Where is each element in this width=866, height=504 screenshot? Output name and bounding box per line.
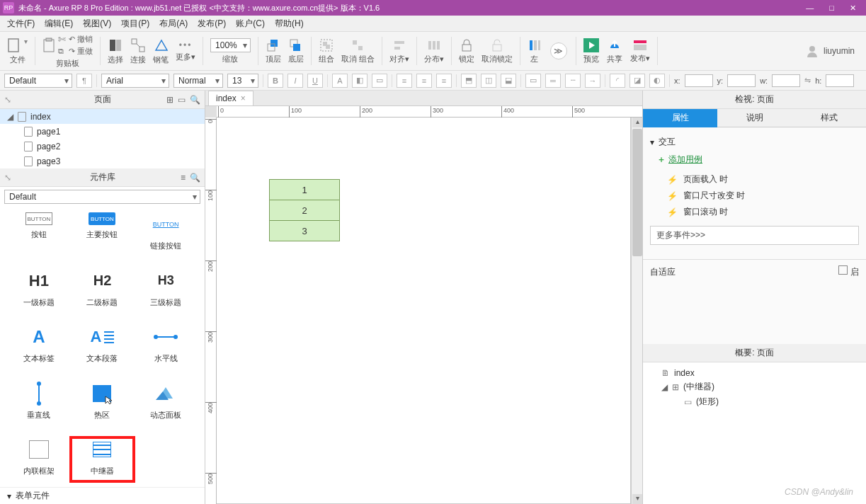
publish-icon[interactable] — [632, 39, 648, 52]
opacity-button[interactable]: ◐ — [649, 74, 665, 88]
event-item[interactable]: ⚡页面载入 时 — [650, 171, 859, 188]
tab-properties[interactable]: 属性 — [643, 109, 717, 127]
outline-row[interactable]: ◢⊞(中继器) — [650, 379, 859, 394]
x-input[interactable] — [685, 74, 713, 87]
select-tool-icon[interactable] — [108, 38, 123, 53]
h-input[interactable] — [826, 74, 854, 87]
align-left-text-button[interactable]: ≡ — [397, 74, 412, 88]
font-weight-select[interactable]: Normal — [173, 74, 223, 88]
bring-front-icon[interactable] — [266, 38, 280, 52]
corner-radius-button[interactable]: ◜ — [610, 74, 625, 88]
interactions-section[interactable]: ▾交互 — [650, 133, 859, 151]
user-avatar-icon[interactable] — [805, 44, 819, 58]
widget-txt-a[interactable]: A文本标签 — [7, 325, 71, 369]
page-row[interactable]: page1 — [0, 124, 205, 139]
menu-account[interactable]: 账户(C) — [232, 16, 269, 31]
adaptive-checkbox[interactable]: 启 — [838, 265, 859, 278]
repeater-row[interactable]: 3 — [269, 220, 340, 241]
align-center-text-button[interactable]: ≡ — [416, 74, 432, 88]
pin-icon[interactable]: ⤡ — [4, 95, 11, 105]
search-library-icon[interactable]: 🔍 — [190, 173, 200, 183]
valign-bottom-button[interactable]: ⬓ — [501, 74, 516, 88]
widget-vline[interactable]: 垂直线 — [7, 382, 71, 425]
menu-edit[interactable]: 编辑(E) — [40, 16, 77, 31]
fill-color-button[interactable]: ◧ — [352, 74, 368, 88]
widget-repeater[interactable]: 中继器 — [71, 437, 135, 481]
more-tools-button[interactable]: ≫ — [550, 42, 567, 59]
scroll-thumb[interactable] — [632, 129, 642, 256]
border-width-button[interactable]: ═ — [545, 74, 561, 88]
connect-tool-icon[interactable] — [130, 38, 146, 53]
event-item[interactable]: ⚡窗口滚动 时 — [650, 204, 859, 220]
page-row[interactable]: page2 — [0, 139, 205, 154]
align-label[interactable]: 对齐▾ — [389, 54, 409, 64]
arrow-style-button[interactable]: → — [585, 74, 600, 88]
unlock-icon[interactable] — [491, 38, 503, 52]
w-input[interactable] — [772, 74, 800, 87]
link-wh-icon[interactable]: ⇋ — [804, 76, 811, 85]
menu-layout[interactable]: 布局(A) — [155, 16, 192, 31]
zoom-select[interactable]: 100% — [210, 38, 251, 52]
scroll-down-icon[interactable]: ▾ — [632, 494, 642, 504]
form-widgets-section[interactable]: ▾表单元件 — [0, 487, 205, 504]
ungroup-icon[interactable] — [351, 38, 365, 52]
line-style-button[interactable]: ┄ — [565, 74, 581, 88]
valign-top-button[interactable]: ⬒ — [461, 74, 477, 88]
close-button[interactable]: ✕ — [850, 4, 856, 13]
menu-view[interactable]: 视图(V) — [79, 16, 115, 31]
style-apply-icon[interactable]: ¶ — [76, 74, 92, 88]
undo-button[interactable]: ↶ 撤销 — [69, 34, 93, 45]
bold-button[interactable]: B — [268, 74, 283, 88]
page-row[interactable]: page3 — [0, 154, 205, 168]
maximize-button[interactable]: □ — [829, 4, 834, 13]
menu-publish[interactable]: 发布(P) — [193, 16, 230, 31]
pen-tool-icon[interactable] — [153, 38, 169, 53]
repeater-row[interactable]: 2 — [269, 200, 340, 221]
distribute-label[interactable]: 分布▾ — [424, 54, 444, 64]
border-style-button[interactable]: ▭ — [525, 74, 541, 88]
underline-button[interactable]: U — [307, 74, 323, 88]
share-icon[interactable] — [606, 38, 623, 52]
text-color-button[interactable]: A — [332, 74, 348, 88]
send-back-icon[interactable] — [289, 38, 303, 52]
group-icon[interactable] — [319, 38, 334, 52]
font-family-select[interactable]: Arial — [101, 74, 169, 88]
style-select[interactable]: Default — [4, 74, 72, 88]
publish-label[interactable]: 发布▾ — [630, 53, 650, 64]
user-name[interactable]: liuyumin — [824, 46, 855, 56]
tab-index[interactable]: index× — [208, 91, 253, 105]
valign-middle-button[interactable]: ◫ — [481, 74, 496, 88]
widget-hline[interactable]: 水平线 — [134, 325, 198, 369]
copy-icon[interactable]: ⧉ — [58, 47, 66, 56]
align-right-text-button[interactable]: ≡ — [436, 74, 452, 88]
pin-icon[interactable]: ⤡ — [4, 173, 11, 183]
scroll-up-icon[interactable]: ▴ — [632, 118, 642, 127]
italic-button[interactable]: I — [287, 74, 303, 88]
library-menu-icon[interactable]: ≡ — [181, 173, 186, 183]
widget-hot[interactable]: 热区 — [71, 382, 135, 425]
cut-icon[interactable]: ✄ — [58, 34, 66, 45]
more-label[interactable]: 更多▾ — [176, 52, 195, 62]
tab-notes[interactable]: 说明 — [717, 109, 792, 127]
paste-icon[interactable] — [42, 38, 55, 53]
outline-row[interactable]: ▭(矩形) — [650, 394, 859, 409]
add-case-link[interactable]: ＋添加用例 — [650, 151, 859, 171]
search-pages-icon[interactable]: 🔍 — [190, 95, 200, 105]
minimize-button[interactable]: — — [806, 4, 814, 13]
widget-h2[interactable]: H2二级标题 — [71, 269, 135, 313]
outline-row[interactable]: 🗎index — [650, 367, 859, 379]
repeater-row[interactable]: 1 — [269, 179, 340, 200]
widget-dyn[interactable]: 动态面板 — [134, 382, 198, 425]
widget-btn-link[interactable]: BUTTON链接按钮 — [134, 212, 198, 256]
menu-project[interactable]: 项目(P) — [117, 16, 154, 31]
align-icon[interactable] — [392, 38, 406, 52]
distribute-icon[interactable] — [427, 38, 441, 52]
page-row[interactable]: ◢index — [0, 109, 205, 124]
tab-style[interactable]: 样式 — [792, 109, 866, 127]
widget-btn-box[interactable]: BUTTON按钮 — [7, 212, 71, 256]
more-shapes-icon[interactable]: ••• — [179, 40, 193, 50]
widget-frame[interactable]: 内联框架 — [7, 437, 71, 481]
border-color-button[interactable]: ▭ — [372, 74, 387, 88]
font-size-select[interactable]: 13 — [227, 74, 258, 88]
widget-h3[interactable]: H3三级标题 — [134, 269, 198, 313]
